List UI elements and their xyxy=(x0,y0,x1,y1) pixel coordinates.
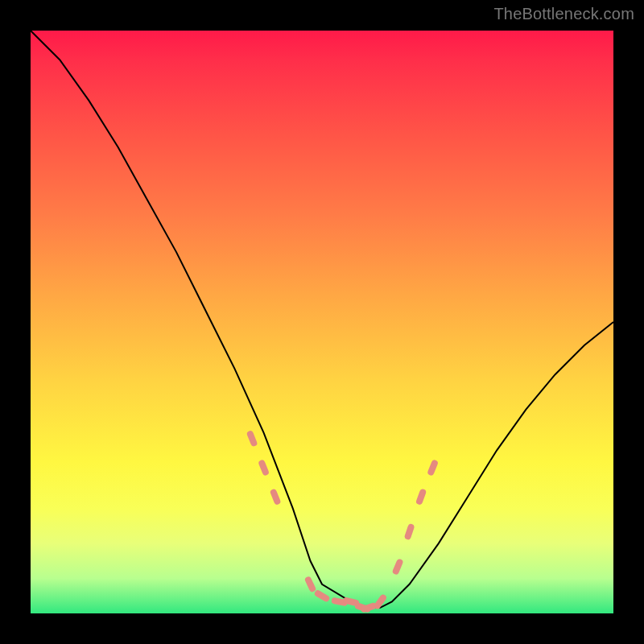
curve-line xyxy=(31,31,613,608)
marker-dash xyxy=(246,430,258,448)
marker-dash xyxy=(392,558,404,576)
marker-dash xyxy=(313,589,330,603)
chart-container: TheBottleneck.com xyxy=(0,0,644,644)
curve-svg xyxy=(31,31,613,613)
marker-dash xyxy=(304,576,317,593)
marker-dash xyxy=(404,523,415,541)
marker-dash xyxy=(427,459,439,477)
marker-dash xyxy=(415,488,427,506)
marker-dash xyxy=(258,459,270,477)
highlight-markers xyxy=(246,430,439,613)
plot-area xyxy=(31,31,613,613)
marker-dash xyxy=(270,488,282,506)
watermark-text: TheBottleneck.com xyxy=(493,5,634,23)
bottleneck-curve xyxy=(31,31,613,608)
